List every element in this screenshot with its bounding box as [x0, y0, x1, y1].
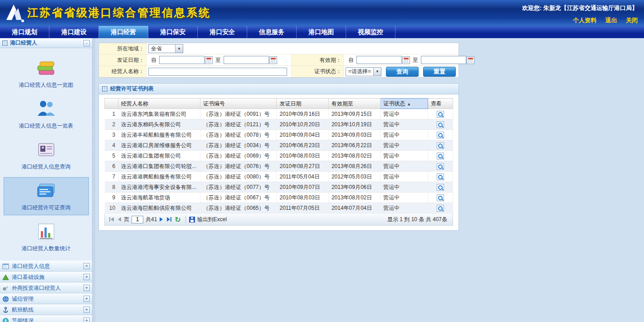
expand-button[interactable]: +	[83, 317, 90, 322]
pagination-bar: 页 共41 ↻ 输出到Excel 显示 1 到 10 条 共	[104, 213, 453, 226]
table-row[interactable]: 3 连云港丰裕船舶服务有限公司 （苏连）港经证（0078）号 2010年09月0…	[105, 130, 453, 140]
profile-link[interactable]: 个人资料	[573, 17, 596, 24]
view-detail-icon[interactable]	[437, 132, 444, 139]
main-nav: 港口规划 港口建设 港口经营 港口保安 港口安全 信息服务 港口地图 视频监控	[0, 26, 644, 38]
logout-link[interactable]: 退出	[605, 17, 617, 24]
last-page-button[interactable]	[165, 215, 173, 223]
energy-icon	[2, 317, 9, 322]
sidebar-splitter[interactable]	[93, 38, 96, 322]
tab-port-safety[interactable]: 港口安全	[198, 26, 247, 38]
from-label: 自	[348, 56, 354, 64]
calendar-icon[interactable]	[269, 56, 277, 64]
col-valid-until[interactable]: 有效期至	[328, 99, 380, 109]
col-issue-date[interactable]: 发证日期	[277, 99, 328, 109]
table-row[interactable]: 4 连云港港口房屋维修服务公司 （苏连）港经证（0034）号 2010年06月2…	[105, 140, 453, 151]
tab-port-operation[interactable]: 港口经营	[99, 26, 148, 38]
table-row[interactable]: 5 连云港港口集团有限公司 （苏连）港经证（0069）号 2010年08月03日…	[105, 151, 453, 161]
calendar-icon[interactable]	[467, 56, 474, 64]
group-port-infrastructure[interactable]: 港口基础设施 +	[0, 272, 92, 282]
group-foreign-invested-operators[interactable]: 外商投资港口经营人 +	[0, 282, 92, 293]
export-excel-button[interactable]: 输出到Excel	[189, 216, 227, 223]
issue-date-to-input[interactable]	[224, 56, 269, 64]
validity-to-input[interactable]	[421, 56, 466, 64]
chevron-down-icon: ▼	[373, 68, 381, 76]
view-detail-icon[interactable]	[437, 194, 444, 201]
table-row[interactable]: 8 连云港港湾海事安全设备有限... （苏连）港经证（0077）号 2010年0…	[105, 182, 453, 193]
first-page-button[interactable]	[107, 215, 116, 223]
issue-date-from-input[interactable]	[159, 56, 205, 64]
chevron-down-icon: ▼	[175, 45, 183, 53]
view-detail-icon[interactable]	[437, 173, 444, 180]
col-row-number	[105, 99, 118, 109]
certificate-icon	[35, 180, 57, 201]
next-page-button[interactable]	[157, 215, 165, 223]
tab-video-monitor[interactable]: 视频监控	[346, 26, 395, 38]
reset-button[interactable]: 重置	[423, 67, 456, 77]
group-integrity-management[interactable]: 诚信管理 +	[0, 293, 92, 304]
table-icon	[2, 263, 9, 270]
prev-page-button[interactable]	[116, 215, 124, 223]
from-label: 自	[151, 56, 156, 64]
view-detail-icon[interactable]	[437, 153, 444, 159]
page-label: 页	[124, 216, 129, 223]
view-detail-icon[interactable]	[437, 163, 444, 170]
group-energy-saving[interactable]: 节能情况 +	[0, 315, 92, 322]
operator-name-label: 经营人名称：	[99, 66, 146, 77]
tab-port-map[interactable]: 港口地图	[297, 26, 346, 38]
sidebar-item-label: 港口经营人信息一览表	[19, 123, 73, 129]
table-row[interactable]: 2 连云港东粮码头有限公司 （苏连）港经证（0121）号 2010年10月20日…	[105, 119, 453, 130]
region-label: 所在地域：	[99, 43, 146, 54]
group-shipping-routes[interactable]: 航班航线 +	[0, 304, 92, 315]
sidebar-item-label: 港口经营人数量统计	[22, 245, 71, 252]
col-view: 查看	[428, 99, 453, 109]
table-row[interactable]: 7 连云港港腾船舶服务有限公司 （苏连）港经证（0080）号 2011年05月0…	[105, 172, 453, 182]
view-detail-icon[interactable]	[437, 121, 444, 128]
calendar-icon[interactable]	[205, 56, 213, 64]
expand-button[interactable]: +	[83, 296, 90, 302]
close-link[interactable]: 关闭	[626, 17, 638, 24]
table-row[interactable]: 1 连云港东鸿集装箱有限公司 （苏连）港经证（0091）号 2010年09月16…	[105, 109, 453, 119]
operator-name-input[interactable]	[148, 68, 287, 76]
cert-status-select[interactable]: =请选择= ▼	[346, 67, 381, 76]
view-detail-icon[interactable]	[437, 111, 444, 118]
refresh-icon[interactable]: ↻	[175, 215, 181, 224]
col-cert-status[interactable]: 证书状态▲	[381, 99, 428, 109]
sidebar-panel-header[interactable]: 港口经营人 -	[0, 38, 92, 48]
table-row[interactable]: 10 连云港海巨船舶供应有限公司 （苏连）港经证（0065）号 2011年07月…	[105, 203, 453, 213]
sidebar-item-operator-overview-chart[interactable]: 港口经营人信息一览图	[4, 54, 89, 93]
sidebar-item-operator-info-query[interactable]: 港口经营人信息查询	[4, 136, 89, 174]
view-detail-icon[interactable]	[437, 184, 444, 191]
query-button[interactable]: 查询	[386, 67, 419, 77]
validity-label: 有效期：	[292, 54, 344, 65]
view-detail-icon[interactable]	[437, 142, 444, 149]
expand-button[interactable]: +	[83, 274, 90, 280]
to-label: 至	[413, 56, 418, 64]
table-row[interactable]: 6 连云港港口集团有限公司轮驳... （苏连）港经证（0076）号 2010年0…	[105, 161, 453, 172]
table-row[interactable]: 9 连云港海航基地货场 （苏连）港经证（0067）号 2010年08月03日 2…	[105, 193, 453, 203]
tab-port-construction[interactable]: 港口建设	[49, 26, 99, 38]
group-operator-info[interactable]: 港口经营人信息 +	[0, 261, 92, 272]
sort-asc-icon: ▲	[407, 102, 411, 106]
sidebar-item-license-query[interactable]: 港口经营许可证查询	[4, 177, 89, 215]
col-cert-number[interactable]: 证书编号	[200, 99, 277, 109]
collapse-button[interactable]: -	[83, 40, 90, 46]
validity-from-input[interactable]	[356, 56, 402, 64]
bar-chart-icon	[35, 221, 57, 242]
expand-button[interactable]: +	[83, 263, 90, 269]
col-operator-name[interactable]: 经营人名称	[118, 99, 200, 109]
sidebar-item-operator-overview-table[interactable]: 港口经营人信息一览表	[4, 95, 89, 134]
tab-info-service[interactable]: 信息服务	[247, 26, 297, 38]
page-number-input[interactable]	[132, 216, 143, 223]
anchor-icon	[2, 307, 9, 313]
expand-button[interactable]: +	[83, 285, 90, 291]
calendar-icon[interactable]	[402, 56, 410, 64]
sidebar-item-operator-statistics[interactable]: 港口经营人数量统计	[4, 218, 89, 256]
tab-port-security[interactable]: 港口保安	[148, 26, 198, 38]
list-title: 经营许可证书列表	[110, 85, 154, 93]
region-select[interactable]: 全省 ▼	[148, 44, 183, 53]
expand-button[interactable]: +	[83, 307, 90, 313]
tab-port-planning[interactable]: 港口规划	[0, 26, 49, 38]
sidebar-groups: 港口经营人信息 + 港口基础设施 + 外商投资港口经营人 +	[0, 261, 92, 322]
view-detail-icon[interactable]	[437, 205, 444, 212]
list-title-bar: 经营许可证书列表	[99, 84, 459, 94]
